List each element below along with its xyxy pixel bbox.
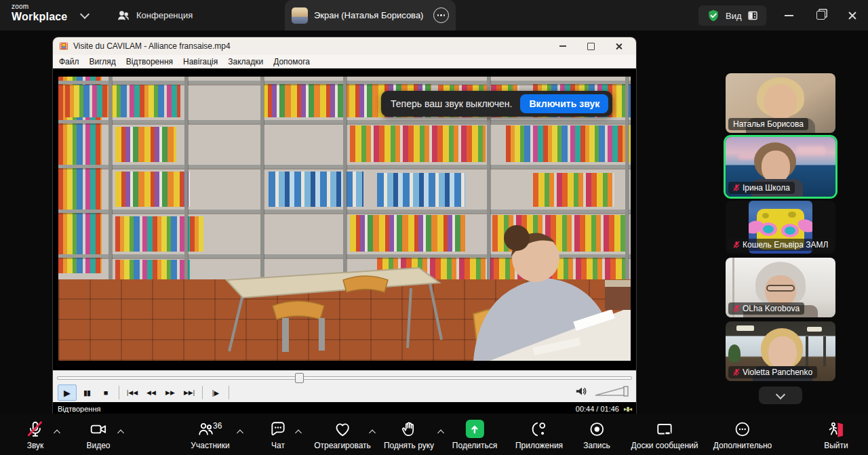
frame-step-button[interactable]: |▶ [207,385,224,400]
participant-tile[interactable]: Кошель Ельвіра ЗАМЛ [726,201,835,254]
menu-view[interactable]: Вигляд [90,57,116,66]
rewind-button[interactable]: ◀◀ [142,385,160,400]
chevron-down-icon[interactable] [80,9,90,19]
window-minimize-button[interactable] [774,0,803,31]
volume-slider[interactable] [594,385,629,397]
audio-options-chevron[interactable] [55,426,60,438]
video-display-area: Теперь ваш звук выключен. Включить звук [53,68,636,370]
raise-hand-options-chevron[interactable] [439,426,443,438]
tab-shared-screen[interactable]: Экран (Наталья Борисова) [285,0,456,31]
top-bar: zoom Workplace Конференция Экран (Наталь… [0,0,868,31]
participant-tile[interactable]: Violetta Panchenko [726,321,835,381]
menu-help[interactable]: Допомога [273,57,310,66]
unmute-button[interactable]: Включить звук [520,94,608,113]
status-icon: ▸▮◂ [624,405,631,412]
record-icon [588,420,606,438]
participant-face [762,151,790,183]
pause-button[interactable]: ▮▮ [78,385,96,400]
glasses-left [760,222,777,236]
more-button[interactable]: Дополнительно [713,420,772,450]
participants-button[interactable]: 36 Участники [191,420,229,450]
menu-navigation[interactable]: Навігація [183,57,218,66]
meeting-toolbar: Звук Видео 36 Участники Чат [0,414,868,455]
close-icon [848,11,857,20]
participant-name-badge: Наталья Борисова [728,118,808,130]
leave-meeting-icon [827,420,846,438]
record-button[interactable]: Запись [583,420,610,450]
participant-tile[interactable]: Наталья Борисова [726,73,835,133]
raise-hand-button[interactable]: Поднять руку [384,420,434,450]
view-button-label: Вид [726,11,742,21]
leave-button[interactable]: Выйти [824,420,848,450]
fast-forward-button[interactable]: ▶▶ [161,385,179,400]
video-button-label: Видео [86,441,110,450]
share-screen-button[interactable]: Поделиться [452,420,497,450]
tab-options-icon[interactable] [433,7,449,23]
chat-options-chevron[interactable] [296,426,301,438]
window-restore-button[interactable] [806,0,835,31]
seek-bar[interactable] [53,370,636,383]
cloud [796,146,826,155]
chat-button[interactable]: Чат [269,420,287,450]
ceiling-light [736,325,754,331]
menu-playback[interactable]: Відтворення [126,57,173,66]
play-button[interactable]: ▶ [58,384,77,401]
apps-button-label: Приложения [515,441,563,450]
seek-track[interactable] [57,376,632,380]
player-maximize-button[interactable] [579,37,602,55]
collapse-participants-button[interactable] [759,387,802,404]
video-frame-library-scene [58,77,631,361]
foreground-figures [58,77,631,361]
participant-name-badge: Кошель Ельвіра ЗАМЛ [728,239,833,251]
muted-mic-icon [733,184,740,192]
logo-workplace-text: Workplace [12,12,67,22]
toast-message: Теперь ваш звук выключен. [391,98,512,109]
seek-thumb[interactable] [295,373,304,383]
participant-name-badge: Ірина Школа [728,182,795,194]
apps-button[interactable]: Приложения [515,420,563,450]
video-options-chevron[interactable] [119,426,123,438]
react-button[interactable]: Отреагировать [314,420,371,450]
player-status-bar: Відтворення 00:44 / 01:46 ▸▮◂ [53,402,636,414]
audio-muted-toast: Теперь ваш звук выключен. Включить звук [381,91,612,117]
raised-hand-icon [400,420,418,438]
skip-back-button[interactable]: |◀◀ [123,385,141,400]
tab-conference[interactable]: Конференция [117,0,193,31]
view-menu-button[interactable]: Вид [698,5,766,26]
apps-icon [530,420,548,438]
skip-forward-button[interactable]: ▶▶| [180,385,198,400]
plant [728,344,741,362]
glasses [766,285,795,292]
audio-button[interactable]: Звук [26,420,44,450]
heart-icon [334,420,351,438]
player-close-button[interactable] [607,37,630,55]
participant-name-badge: OLha Korobova [728,302,804,315]
participant-name: OLha Korobova [743,304,800,313]
whiteboards-button[interactable]: Доски сообщений [631,420,698,450]
volume-controls [575,385,629,397]
ceiling-light [807,327,822,332]
more-ellipsis-icon [734,420,751,438]
leave-button-label: Выйти [824,441,848,450]
muted-mic-icon [733,304,740,313]
tab-shared-screen-label: Экран (Наталья Борисова) [314,10,427,20]
transport-controls: ▶ ▮▮ ■ |◀◀ ◀◀ ▶▶ ▶▶| |▶ [53,383,636,402]
player-minimize-button[interactable] [551,37,574,55]
menu-bookmarks[interactable]: Закладки [228,57,263,66]
window-mullion [806,336,808,366]
whiteboards-button-label: Доски сообщений [631,441,698,450]
player-title-bar: Visite du CAVILAM - Alliance fransaise.m… [53,37,636,55]
share-screen-button-label: Поделиться [452,441,497,450]
react-options-chevron[interactable] [370,426,375,438]
muted-mic-icon [733,241,740,249]
participant-tile[interactable]: OLha Korobova [726,258,835,317]
media-player-window: Visite du CAVILAM - Alliance fransaise.m… [53,37,636,414]
participant-tile-active-speaker[interactable]: Ірина Школа [726,137,835,197]
cartoon-spot [762,213,769,218]
stop-button[interactable]: ■ [97,385,115,400]
participants-options-chevron[interactable] [238,426,243,438]
participants-button-label: Участники [191,441,229,450]
window-close-button[interactable] [838,0,867,31]
video-button[interactable]: Видео [86,420,110,450]
menu-file[interactable]: Файл [59,57,79,66]
